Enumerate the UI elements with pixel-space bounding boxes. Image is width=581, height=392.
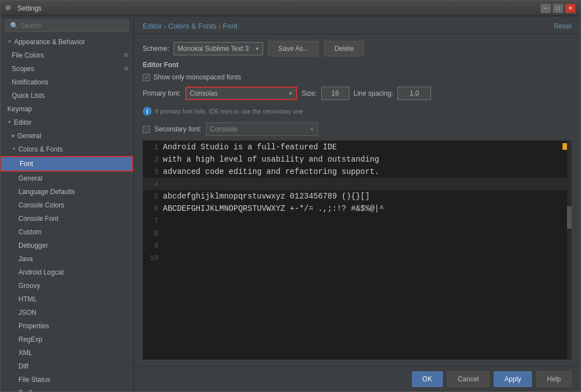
- scrollbar-thumb[interactable]: [567, 206, 571, 229]
- sidebar-item-label: Editor: [14, 117, 31, 128]
- scheme-row: Scheme: Monokai Sublime Text 3 ▼ Save As…: [143, 41, 571, 56]
- monospaced-checkbox[interactable]: [143, 74, 150, 81]
- sidebar-item-label: Custom: [18, 226, 41, 238]
- primary-font-dropdown[interactable]: Consolas ▼: [185, 87, 297, 100]
- sidebar-item-regexp[interactable]: RegExp: [1, 333, 133, 346]
- sidebar-item-label: Console Colors: [18, 200, 64, 211]
- sidebar-item-diff[interactable]: Diff: [1, 360, 133, 373]
- line-number: 9: [143, 242, 163, 250]
- sidebar-item-label: Colors & Fonts: [18, 144, 63, 155]
- scrollbar-track[interactable]: [567, 141, 571, 360]
- expand-arrow-icon: ▼: [7, 117, 12, 128]
- help-button[interactable]: Help: [536, 371, 571, 387]
- delete-button[interactable]: Delete: [324, 41, 364, 56]
- sidebar-item-quick-lists[interactable]: Quick Lists: [1, 89, 133, 102]
- sidebar-item-label: Language Defaults: [18, 186, 75, 197]
- sidebar-item-notifications[interactable]: Notifications: [1, 75, 133, 89]
- chevron-down-icon: ▼: [255, 46, 259, 51]
- breadcrumb-sep-2: ›: [218, 22, 223, 30]
- scheme-dropdown[interactable]: Monokai Sublime Text 3 ▼: [174, 42, 263, 55]
- breadcrumb-sep-1: ›: [164, 22, 168, 30]
- line-number: 3: [143, 168, 163, 176]
- info-icon: i: [143, 107, 152, 116]
- sidebar-item-label: Diff: [18, 361, 29, 372]
- maximize-button[interactable]: □: [552, 3, 564, 13]
- content-area: 🔍 ▼ Appearance & Behavior File Colors ⚙ …: [1, 16, 580, 391]
- sidebar-item-label: Debugger: [18, 240, 48, 251]
- sidebar-item-label: XML: [18, 347, 32, 358]
- reset-button[interactable]: Reset: [554, 22, 571, 30]
- apply-button[interactable]: Apply: [494, 371, 532, 387]
- sidebar-item-font[interactable]: Font: [1, 156, 133, 172]
- sidebar-item-file-colors[interactable]: File Colors ⚙: [1, 49, 133, 62]
- breadcrumb: Editor › Colors & Fonts › Font: [143, 22, 237, 30]
- sidebar-item-json[interactable]: JSON: [1, 306, 133, 319]
- sidebar-item-java[interactable]: Java: [1, 252, 133, 266]
- sidebar-item-label: Notifications: [12, 77, 48, 88]
- sidebar-item-label: General: [17, 130, 41, 141]
- sidebar-item-label: File Status: [18, 374, 50, 385]
- primary-font-label: Primary font:: [143, 89, 181, 97]
- breadcrumb-part-font: Font: [223, 22, 237, 30]
- line-spacing-input[interactable]: [397, 87, 431, 100]
- sidebar-item-language-defaults[interactable]: Language Defaults: [1, 185, 133, 199]
- sidebar-item-label: Scopes: [12, 63, 34, 74]
- search-box[interactable]: 🔍: [5, 20, 129, 32]
- sidebar-item-custom[interactable]: Custom: [1, 225, 133, 239]
- info-row: i If primary font fails, IDE tries to us…: [143, 105, 571, 118]
- sidebar-item-file-status[interactable]: File Status: [1, 373, 133, 386]
- line-content: Android Studio is a full-featured IDE: [163, 143, 337, 152]
- sidebar-item-general2[interactable]: General: [1, 172, 133, 185]
- expand-arrow-icon: ▶: [12, 130, 15, 141]
- sidebar-item-html[interactable]: HTML: [1, 292, 133, 306]
- sidebar: 🔍 ▼ Appearance & Behavior File Colors ⚙ …: [1, 16, 134, 391]
- sidebar-item-android-logcat[interactable]: Android Logcat: [1, 266, 133, 279]
- sidebar-item-console-colors[interactable]: Console Colors: [1, 199, 133, 212]
- line-content: ABCDEFGHIJKLMNOPQRSTUVWXYZ +-*/= .,;:!? …: [163, 204, 384, 213]
- sidebar-item-label: HTML: [18, 294, 37, 305]
- minimize-button[interactable]: ─: [540, 3, 551, 13]
- sidebar-item-console-font[interactable]: Console Font: [1, 212, 133, 225]
- info-text: If primary font fails, IDE tries to use …: [155, 108, 303, 115]
- line-number: 5: [143, 192, 163, 201]
- sidebar-item-xml[interactable]: XML: [1, 346, 133, 360]
- close-button[interactable]: ✕: [565, 3, 576, 13]
- expand-arrow-icon: ▼: [7, 36, 12, 48]
- sidebar-item-debugger[interactable]: Debugger: [1, 239, 133, 252]
- secondary-font-checkbox[interactable]: [143, 126, 150, 133]
- size-input[interactable]: [321, 87, 349, 100]
- sidebar-item-properties[interactable]: Properties: [1, 319, 133, 333]
- secondary-font-dropdown[interactable]: Consolas ▼: [206, 122, 318, 136]
- sidebar-item-general[interactable]: ▶ General: [1, 129, 133, 143]
- line-content: with a high level of usability and outst…: [163, 155, 379, 164]
- sidebar-item-by-scope[interactable]: By Scope: [1, 386, 133, 391]
- line-number: 8: [143, 229, 163, 238]
- search-input[interactable]: [21, 22, 124, 30]
- monospaced-checkbox-row: Show only monospaced fonts: [143, 73, 571, 81]
- sidebar-item-label: By Scope: [18, 388, 47, 391]
- main-panel: Editor › Colors & Fonts › Font Reset Sch…: [134, 16, 580, 391]
- cancel-button[interactable]: Cancel: [447, 371, 489, 387]
- code-line-3: 3 advanced code editing and refactoring …: [143, 166, 571, 178]
- sidebar-item-groovy[interactable]: Groovy: [1, 279, 133, 292]
- save-as-button[interactable]: Save As...: [268, 41, 319, 56]
- sidebar-item-keymap[interactable]: Keymap: [1, 102, 133, 116]
- panel-content: Scheme: Monokai Sublime Text 3 ▼ Save As…: [134, 34, 580, 366]
- sidebar-item-label: Android Logcat: [18, 267, 64, 278]
- code-line-7: 7: [143, 215, 571, 227]
- sidebar-item-scopes[interactable]: Scopes ⚙: [1, 62, 133, 75]
- line-content: abcdefghijklmnopqrstuvwxyz 0123456789 ()…: [163, 192, 370, 201]
- sidebar-item-label: File Colors: [12, 50, 44, 61]
- settings-window: ⚙ Settings ─ □ ✕ 🔍 ▼ Appearance & Behavi…: [0, 0, 581, 392]
- sidebar-item-appearance-behavior[interactable]: ▼ Appearance & Behavior: [1, 35, 133, 49]
- secondary-font-label: Secondary font:: [154, 125, 202, 133]
- file-colors-icon: ⚙: [124, 50, 129, 61]
- sidebar-item-label: Keymap: [7, 103, 32, 115]
- sidebar-item-label: Groovy: [18, 280, 40, 291]
- sidebar-item-label: RegExp: [18, 334, 43, 345]
- line-spacing-label: Line spacing:: [354, 89, 393, 97]
- ok-button[interactable]: OK: [412, 371, 443, 387]
- breadcrumb-bar: Editor › Colors & Fonts › Font Reset: [134, 16, 580, 34]
- sidebar-item-editor[interactable]: ▼ Editor: [1, 116, 133, 129]
- sidebar-item-colors-fonts[interactable]: ▼ Colors & Fonts: [1, 143, 133, 156]
